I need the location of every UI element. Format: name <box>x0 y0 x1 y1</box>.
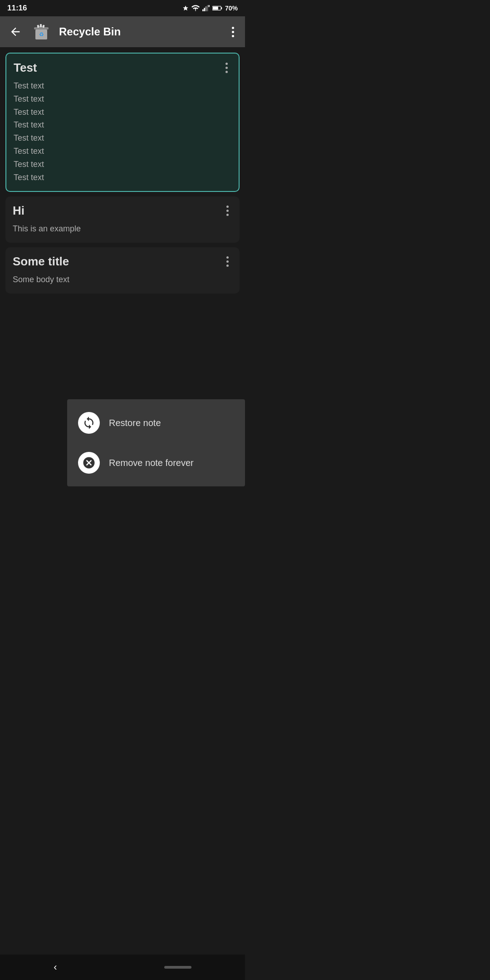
svg-rect-2 <box>206 6 207 11</box>
note-card-1[interactable]: Test Test textTest textTest textTest tex… <box>5 53 240 192</box>
status-icons: 70% <box>182 5 238 12</box>
back-button[interactable] <box>7 24 24 40</box>
restore-note-label: Restore note <box>109 418 161 428</box>
status-time: 11:16 <box>7 4 27 13</box>
svg-rect-1 <box>204 8 205 11</box>
svg-text:♻: ♻ <box>39 31 44 38</box>
note-1-menu-button[interactable] <box>222 61 231 75</box>
battery-icon <box>212 5 222 11</box>
assistant-icon <box>182 5 189 11</box>
app-bar: ♻ Recycle Bin <box>0 16 245 47</box>
remove-note-label: Remove note forever <box>109 458 194 468</box>
app-bar-menu-button[interactable] <box>228 23 238 41</box>
note-2-menu-button[interactable] <box>223 204 232 218</box>
note-3-menu-button[interactable] <box>223 255 232 269</box>
svg-rect-7 <box>221 7 222 9</box>
restore-icon <box>78 412 100 434</box>
svg-rect-14 <box>40 24 42 27</box>
note-card-1-header: Test <box>14 61 231 79</box>
note-card-2-header: Hi <box>13 204 232 222</box>
note-1-title: Test <box>14 61 37 75</box>
battery-text: 70% <box>225 5 238 12</box>
recycle-bin-icon: ♻ <box>31 21 52 42</box>
note-card-3-header: Some title <box>13 255 232 273</box>
note-2-body: This is an example <box>13 222 232 235</box>
content-area: Test Test textTest textTest textTest tex… <box>0 47 245 299</box>
app-bar-title: Recycle Bin <box>59 25 221 38</box>
wifi-icon <box>191 5 200 11</box>
note-2-title: Hi <box>13 204 24 218</box>
note-1-body: Test textTest textTest textTest textTest… <box>14 79 231 184</box>
restore-note-item[interactable]: Restore note <box>67 403 245 443</box>
signal-icon <box>202 5 210 11</box>
status-bar: 11:16 70% <box>0 0 245 16</box>
svg-rect-3 <box>207 5 208 11</box>
context-menu: Restore note Remove note forever <box>67 399 245 486</box>
note-3-body: Some body text <box>13 273 232 286</box>
remove-note-item[interactable]: Remove note forever <box>67 443 245 483</box>
svg-rect-8 <box>213 7 218 10</box>
svg-rect-0 <box>202 10 204 11</box>
note-3-title: Some title <box>13 255 69 269</box>
note-card-3[interactable]: Some title Some body text <box>5 247 240 294</box>
remove-icon <box>78 452 100 474</box>
note-card-2[interactable]: Hi This is an example <box>5 196 240 243</box>
